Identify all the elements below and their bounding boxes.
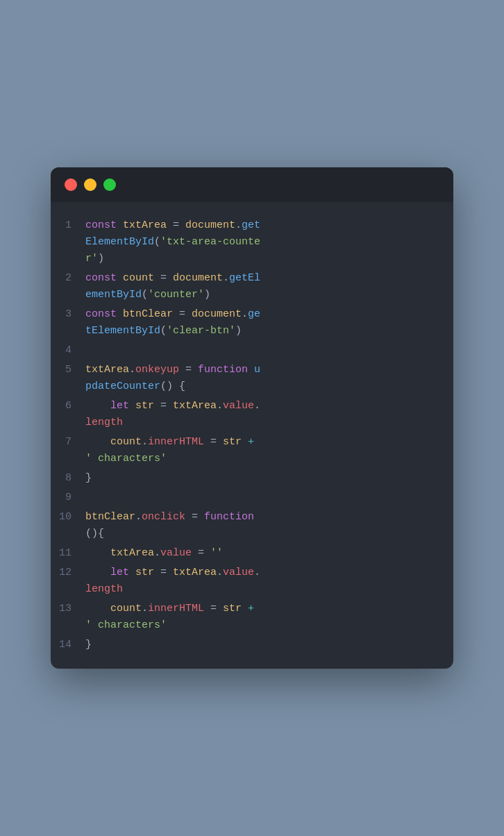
line-content: btnClear.onclick = function (){ [85,509,453,542]
line-content: const count = document.getEl ementById('… [85,270,453,303]
line-number: 4 [51,342,85,359]
line-content: const btnClear = document.ge tElementByI… [85,306,453,340]
line-number: 8 [51,470,85,487]
line-number: 7 [51,434,85,451]
line-number: 5 [51,362,85,378]
code-line-8: 8 } [51,469,453,488]
line-content: count.innerHTML = str + ' characters' [85,434,453,467]
line-content: } [85,470,453,487]
code-line-5: 5 txtArea.onkeyup = function u pdateCoun… [51,360,453,396]
code-line-1: 1 const txtArea = document.get ElementBy… [51,216,453,269]
code-line-10: 10 btnClear.onclick = function (){ [51,508,453,544]
code-line-6: 6 let str = txtArea.value. length [51,396,453,433]
code-window: 1 const txtArea = document.get ElementBy… [51,167,453,669]
line-content: const txtArea = document.get ElementById… [85,217,453,267]
code-line-12: 12 let str = txtArea.value. length [51,563,453,599]
line-number: 13 [51,601,85,617]
code-line-11: 11 txtArea.value = '' [51,544,453,563]
code-line-13: 13 count.innerHTML = str + ' characters' [51,599,453,635]
line-content: let str = txtArea.value. length [85,398,453,431]
code-line-4: 4 [51,341,453,360]
line-number: 11 [51,545,85,562]
line-number: 3 [51,306,85,323]
code-line-7: 7 count.innerHTML = str + ' characters' [51,433,453,469]
line-number: 12 [51,565,85,581]
line-content [85,490,453,506]
line-number: 10 [51,509,85,526]
line-content: txtArea.value = '' [85,545,453,562]
minimize-button[interactable] [84,178,96,191]
line-number: 1 [51,217,85,234]
code-line-2: 2 const count = document.getEl ementById… [51,269,453,305]
code-line-9: 9 [51,488,453,508]
line-number: 2 [51,270,85,287]
close-button[interactable] [65,178,77,191]
code-editor: 1 const txtArea = document.get ElementBy… [51,202,453,669]
line-content [85,342,453,359]
line-number: 6 [51,398,85,415]
line-content: } [85,637,453,653]
line-content: let str = txtArea.value. length [85,565,453,598]
maximize-button[interactable] [103,178,116,191]
code-line-14: 14 } [51,635,453,655]
titlebar [51,167,453,202]
line-content: txtArea.onkeyup = function u pdateCounte… [85,362,453,395]
code-line-3: 3 const btnClear = document.ge tElementB… [51,305,453,341]
line-content: count.innerHTML = str + ' characters' [85,601,453,634]
line-number: 9 [51,490,85,506]
line-number: 14 [51,637,85,653]
